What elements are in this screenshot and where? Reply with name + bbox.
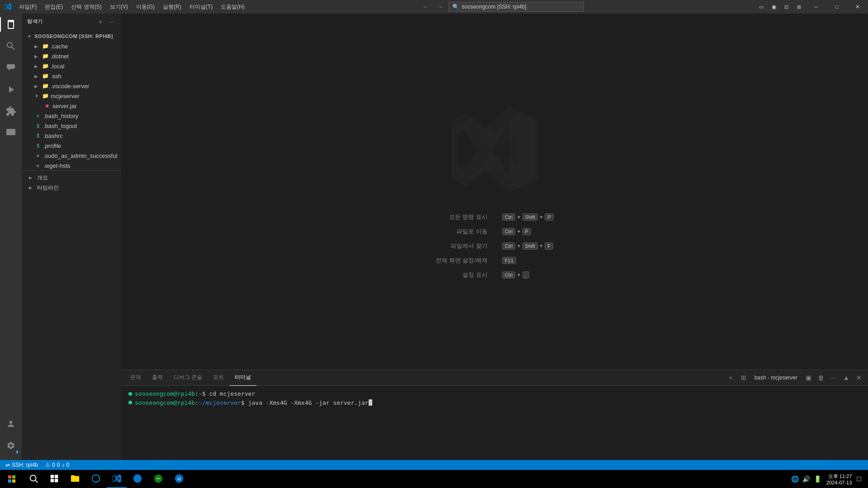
search-icon: 🔍 (452, 4, 459, 10)
sidebar-section-outline[interactable]: ▶ 개요 (22, 173, 121, 183)
maximize-button[interactable]: □ (826, 0, 847, 14)
tree-item-bash-history[interactable]: ≡ .bash_history (22, 111, 121, 121)
sidebar-header-icons: + ··· (96, 17, 116, 26)
taskbar-vscode[interactable] (107, 470, 127, 488)
layout-btn-3[interactable]: ⊡ (780, 0, 793, 14)
title-search-bar[interactable]: 🔍 sooseongcom [SSH: rpi4b] (448, 2, 584, 12)
back-button[interactable]: ← (419, 2, 432, 12)
status-errors-item[interactable]: ⚠ 0 0 ♪ 0 (43, 460, 71, 470)
panel-close-button[interactable]: ✕ (854, 372, 864, 383)
taskbar-edge[interactable] (86, 470, 106, 488)
status-info: ♪ (62, 462, 64, 468)
svg-point-11 (133, 474, 142, 483)
layout-btn-1[interactable]: ▭ (755, 0, 768, 14)
key-badge: P (545, 213, 553, 221)
taskbar-app-game[interactable] (148, 470, 168, 488)
tree-item-dotnet[interactable]: ▶ 📁 .dotnet (22, 51, 121, 61)
layout-btn-2[interactable]: ▣ (768, 0, 780, 14)
welcome-content: 모든 명령 표시 Ctrl + Shift + P 파일로 이동 Ctrl + … (436, 104, 554, 279)
activity-item-remote[interactable] (0, 122, 22, 144)
tree-item-vscode-server[interactable]: ▶ 📁 .vscode-server (22, 81, 121, 91)
menu-terminal[interactable]: 터미널(T) (186, 1, 216, 13)
taskbar-taskview[interactable] (44, 470, 64, 488)
tree-root[interactable]: ▼ SOOSEONGCOM [SSH: RPI4B] (22, 31, 121, 41)
taskbar-file-explorer[interactable] (65, 470, 85, 488)
sidebar-header: 탐색기 + ··· (22, 14, 121, 29)
terminal-more-button[interactable]: ··· (828, 372, 839, 383)
tree-item-local[interactable]: ▶ 📁 .local (22, 61, 121, 71)
activity-item-extensions[interactable] (0, 100, 22, 122)
taskbar-search[interactable] (24, 470, 43, 488)
terminal-line-2: sooseongcom@rpi4b : ~/mcjeserver $ java … (128, 398, 861, 407)
tree-item-bashrc[interactable]: $ .bashrc (22, 131, 121, 141)
windows-start-button[interactable] (2, 470, 22, 488)
terminal-layout-button[interactable]: ▣ (803, 372, 814, 383)
panel-maximize-button[interactable]: ▲ (841, 372, 852, 383)
panel-tab-problems[interactable]: 문제 (125, 370, 147, 386)
terminal-container[interactable]: sooseongcom@rpi4b : ~ $ cd mcjeserver so… (121, 386, 868, 460)
panel-tab-output[interactable]: 출력 (147, 370, 168, 386)
tree-item-mcjeserver[interactable]: ▼ 📁 mcjeserver (22, 91, 121, 101)
panel: 문제 출력 디버그 콘솔 포트 터미널 + ⊞ bash - mcjeserve… (121, 370, 868, 460)
term-dot-1 (128, 392, 132, 396)
taskbar-clock[interactable]: 오후 11:27 2024-07-13 (825, 473, 854, 485)
activity-item-source-control[interactable] (0, 57, 22, 79)
taskbar: M 🌐 🔊 🔋 오후 11:27 2024-07-13 □ (0, 470, 868, 488)
vscode-server-folder-icon: 📁 (42, 82, 49, 90)
panel-tab-debug[interactable]: 디버그 콘솔 (168, 370, 208, 386)
tree-item-sudo[interactable]: ≡ .sudo_as_admin_successful (22, 151, 121, 161)
taskbar-sound-icon[interactable]: 🔊 (801, 475, 811, 483)
status-ssh-item[interactable]: ⇌ SSH: rpi4b (4, 460, 40, 470)
term-path-1: ~ (199, 389, 202, 398)
menu-go[interactable]: 이동(G) (133, 1, 158, 13)
menu-view[interactable]: 보기(V) (106, 1, 132, 13)
notification-area: 🌐 🔊 🔋 (790, 475, 823, 483)
taskbar-app-blue[interactable] (128, 470, 147, 488)
bash-history-icon: ≡ (34, 112, 42, 119)
key-badge: P (522, 228, 531, 235)
close-button[interactable]: ✕ (847, 0, 868, 14)
activity-item-explorer[interactable] (0, 14, 22, 35)
panel-tab-terminal[interactable]: 터미널 (229, 370, 256, 386)
activity-item-settings[interactable]: 1 (0, 435, 22, 456)
new-terminal-button[interactable]: + (726, 372, 736, 383)
menu-run[interactable]: 실행(R) (159, 1, 185, 13)
menu-help[interactable]: 도움말(H) (217, 1, 248, 13)
forward-button[interactable]: → (434, 2, 446, 12)
tree-item-wget-hsts[interactable]: ≡ .wget-hsts (22, 161, 121, 171)
menu-file[interactable]: 파일(F) (15, 1, 40, 13)
layout-btn-4[interactable]: ⊞ (793, 0, 806, 14)
panel-tab-ports[interactable]: 포트 (208, 370, 229, 386)
vscode-watermark (450, 104, 540, 195)
taskbar-notification-icon[interactable]: □ (855, 475, 863, 483)
term-dot-2 (128, 401, 132, 404)
shortcut-keys-2: Ctrl + Shift + F (502, 242, 554, 250)
tree-item-cache[interactable]: ▶ 📁 .cache (22, 41, 121, 51)
taskbar-battery-icon[interactable]: 🔋 (812, 475, 823, 483)
term-sep-2: : (195, 398, 199, 407)
split-terminal-button[interactable]: ⊞ (738, 372, 749, 383)
sidebar-section-timeline[interactable]: ▶ 타임라인 (22, 183, 121, 193)
tree-item-bash-logout[interactable]: $ .bash_logout (22, 121, 121, 131)
taskbar-network-icon[interactable]: 🌐 (790, 475, 800, 483)
minimize-button[interactable]: ─ (806, 0, 826, 14)
key-badge: Shift (522, 242, 538, 250)
activity-item-search[interactable] (0, 35, 22, 57)
menu-edit[interactable]: 편집(E) (41, 1, 66, 13)
taskbar-app-extra[interactable]: M (169, 470, 189, 488)
tree-item-ssh[interactable]: ▶ 📁 .ssh (22, 71, 121, 81)
terminal-trash-button[interactable]: 🗑 (816, 372, 826, 383)
menu-select[interactable]: 선택 영역(S) (67, 1, 105, 13)
term-cmd-2: $ java -Xms4G -Xmx4G -jar server.jar (241, 398, 369, 407)
tree-item-server-jar[interactable]: ■ server.jar (22, 101, 121, 111)
activity-item-run-debug[interactable] (0, 79, 22, 100)
tree-item-profile[interactable]: $ .profile (22, 141, 121, 151)
term-user-1: sooseongcom@rpi4b (135, 389, 195, 398)
bash-logout-label: .bash_logout (43, 123, 77, 129)
svg-rect-9 (51, 479, 54, 483)
sidebar-more-button[interactable]: ··· (107, 17, 116, 26)
svg-rect-3 (8, 479, 11, 483)
activity-item-account[interactable] (0, 413, 22, 435)
sidebar-new-file-button[interactable]: + (96, 17, 105, 26)
dotnet-arrow-icon: ▶ (34, 54, 40, 59)
